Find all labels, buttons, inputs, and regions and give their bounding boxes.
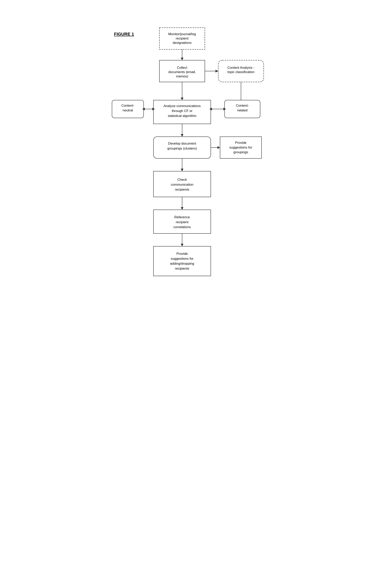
provide-suggestions-groupings-text: Provide — [235, 141, 247, 145]
svg-text:related: related — [237, 108, 248, 112]
develop-text: Develop document — [168, 142, 196, 145]
svg-text:through CF or: through CF or — [172, 109, 192, 113]
diagram: Monitor/journal/log recipient designatio… — [114, 24, 268, 557]
check-text: Check — [177, 178, 187, 182]
svg-marker-34 — [217, 146, 220, 149]
svg-text:topic classification: topic classification — [227, 70, 255, 74]
content-analysis-text: Content Analysis - — [227, 66, 255, 69]
svg-marker-39 — [181, 169, 184, 171]
svg-text:statistical algorithm: statistical algorithm — [168, 114, 196, 118]
monitor-text: Monitor/journal/log — [168, 32, 196, 36]
flowchart-svg: Monitor/journal/log recipient designatio… — [106, 24, 276, 557]
svg-marker-30 — [181, 134, 184, 137]
svg-text:memos): memos) — [176, 74, 188, 78]
svg-text:documents (email,: documents (email, — [169, 70, 196, 74]
svg-text:communication: communication — [171, 183, 193, 187]
collect-text: Collect — [177, 66, 187, 69]
analyze-text: Analyze communications — [164, 104, 201, 108]
svg-rect-50 — [153, 246, 211, 276]
page-container: FIGURE 1 Monitor/journal/log recipient d… — [102, 8, 280, 565]
svg-marker-9 — [215, 70, 218, 72]
svg-text:recipients: recipients — [175, 188, 190, 191]
svg-marker-15 — [181, 98, 184, 100]
svg-text:recipients: recipients — [175, 267, 190, 270]
svg-marker-4 — [181, 58, 184, 60]
svg-text:groupings: groupings — [233, 150, 248, 154]
svg-text:correlations: correlations — [173, 225, 191, 229]
svg-text:groupings (clusters): groupings (clusters) — [167, 147, 197, 150]
svg-text:neutral: neutral — [123, 108, 133, 112]
svg-text:adding/dropping: adding/dropping — [170, 262, 194, 265]
svg-text:recipient: recipient — [176, 220, 189, 224]
svg-text:recipient: recipient — [176, 37, 189, 40]
svg-marker-44 — [181, 207, 184, 210]
svg-marker-49 — [181, 244, 184, 246]
svg-text:designations: designations — [173, 41, 191, 45]
content-neutral-text: Content- — [121, 104, 134, 107]
svg-text:suggestions for: suggestions for — [229, 146, 252, 149]
reference-text: Reference — [174, 215, 190, 219]
provide-adding-text: Provide — [176, 252, 188, 256]
content-related-text: Content- — [236, 104, 249, 107]
svg-text:suggestions for: suggestions for — [171, 257, 193, 260]
